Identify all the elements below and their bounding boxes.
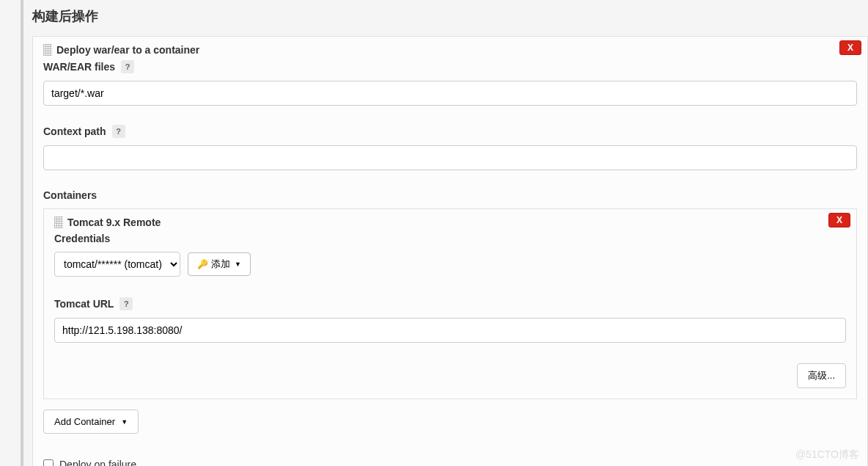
- container-box: X Tomcat 9.x Remote Credentials tomcat/*…: [43, 208, 857, 399]
- section-title: 构建后操作: [32, 7, 868, 25]
- step-title: Deploy war/ear to a container: [56, 44, 199, 56]
- drag-handle-icon[interactable]: [43, 44, 52, 56]
- key-icon: 🔑: [197, 259, 208, 269]
- war-ear-input[interactable]: [43, 81, 857, 106]
- drag-handle-icon[interactable]: [54, 216, 63, 228]
- chevron-down-icon: ▼: [121, 418, 128, 426]
- chevron-down-icon: ▼: [235, 261, 241, 268]
- delete-step-button[interactable]: X: [839, 40, 861, 55]
- context-path-label: Context path ?: [43, 125, 857, 138]
- help-icon[interactable]: ?: [119, 297, 133, 310]
- help-icon[interactable]: ?: [121, 60, 134, 73]
- deploy-on-failure-checkbox[interactable]: [43, 459, 54, 466]
- context-path-input[interactable]: [43, 145, 857, 170]
- step-header: Deploy war/ear to a container: [43, 44, 857, 56]
- war-ear-label: WAR/EAR files ?: [43, 60, 857, 73]
- containers-label: Containers: [43, 189, 857, 201]
- tomcat-url-label: Tomcat URL ?: [54, 297, 846, 310]
- add-credentials-button[interactable]: 🔑 添加 ▼: [188, 252, 251, 276]
- container-title: Tomcat 9.x Remote: [67, 216, 161, 228]
- add-container-button[interactable]: Add Container ▼: [43, 409, 139, 434]
- credentials-label: Credentials: [54, 233, 846, 244]
- deploy-on-failure-label: Deploy on failure: [59, 459, 136, 466]
- advanced-button[interactable]: 高级...: [797, 363, 846, 388]
- container-header: Tomcat 9.x Remote: [54, 216, 846, 228]
- delete-container-button[interactable]: X: [828, 213, 850, 227]
- tomcat-url-input[interactable]: [54, 318, 846, 343]
- deploy-step-box: X Deploy war/ear to a container WAR/EAR …: [32, 36, 868, 466]
- help-icon[interactable]: ?: [112, 125, 125, 138]
- credentials-select[interactable]: tomcat/****** (tomcat): [54, 252, 180, 277]
